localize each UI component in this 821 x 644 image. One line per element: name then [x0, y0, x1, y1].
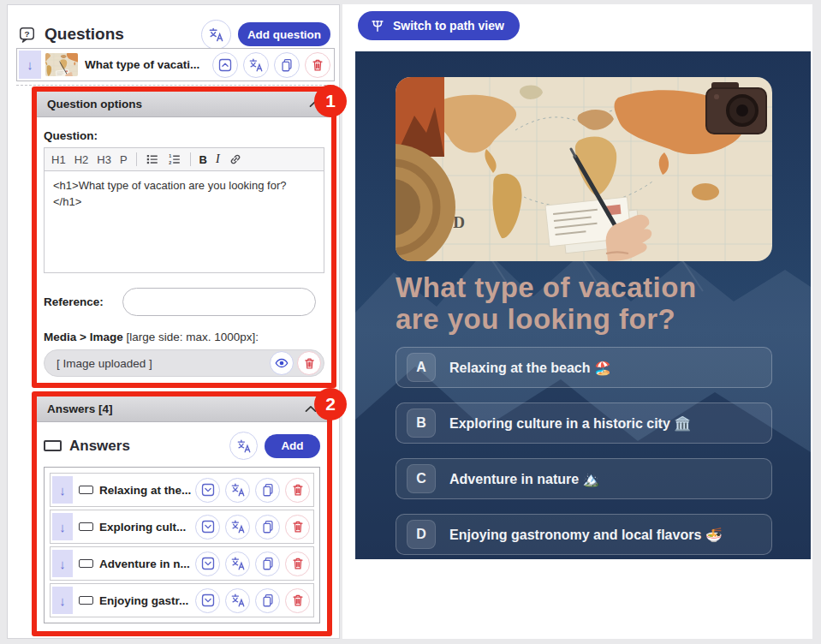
annotation-badge-2: 2 — [314, 388, 347, 420]
translate-answers-button[interactable] — [229, 432, 258, 460]
copy-icon — [279, 57, 294, 73]
duplicate-answer-button[interactable] — [255, 552, 280, 576]
bullet-list-icon[interactable] — [146, 152, 159, 166]
trash-icon — [310, 57, 325, 73]
trash-icon — [290, 482, 306, 498]
delete-question-button[interactable] — [305, 52, 330, 78]
path-branch-icon — [370, 18, 385, 33]
copy-icon — [260, 519, 276, 534]
down-arrow-icon: ↓ — [59, 557, 66, 571]
expand-answer-button[interactable] — [195, 515, 220, 540]
down-arrow-icon: ↓ — [59, 520, 66, 534]
translate-icon — [248, 57, 264, 73]
toolbar-italic-button[interactable]: I — [216, 152, 220, 166]
answer-drag-handle[interactable]: ↓ — [52, 476, 73, 504]
answer-type-icon — [79, 596, 93, 605]
translate-answer-button[interactable] — [225, 515, 250, 540]
translate-answer-button[interactable] — [225, 588, 250, 613]
answer-type-icon — [79, 559, 93, 568]
answer-row[interactable]: ↓ Relaxing at the... — [50, 473, 314, 507]
translate-question-button[interactable] — [243, 52, 269, 78]
question-field-label: Question: — [44, 129, 324, 142]
answer-option-label: Adventure in nature 🏔️ — [449, 471, 600, 487]
translate-icon — [230, 482, 246, 498]
trash-icon — [290, 556, 306, 571]
delete-answer-button[interactable] — [285, 515, 310, 540]
preview-question-title: What type of vacation are you looking fo… — [396, 272, 772, 336]
toolbar-h3-button[interactable]: H3 — [97, 153, 111, 166]
switch-button-label: Switch to path view — [393, 19, 504, 33]
question-drag-handle[interactable]: ↓ — [19, 51, 41, 79]
trash-icon — [290, 519, 306, 534]
answer-row-label: Adventure in n... — [99, 558, 195, 570]
duplicate-question-button[interactable] — [274, 52, 300, 78]
media-uploaded-pill: [ Image uploaded ] — [44, 349, 324, 377]
expand-answer-button[interactable] — [195, 552, 220, 576]
answer-letter-badge: C — [407, 464, 436, 493]
answer-drag-handle[interactable]: ↓ — [52, 513, 73, 540]
reference-label: Reference: — [44, 295, 104, 308]
question-options-header[interactable]: Question options — [37, 92, 331, 117]
question-row-label: What type of vacati... — [85, 58, 212, 71]
expand-answer-button[interactable] — [195, 478, 220, 503]
question-row[interactable]: ↓ What type of vacati... — [16, 48, 335, 81]
toolbar-bold-button[interactable]: B — [199, 153, 207, 166]
answer-drag-handle[interactable]: ↓ — [52, 550, 73, 577]
duplicate-answer-button[interactable] — [255, 515, 280, 540]
delete-answer-button[interactable] — [285, 478, 310, 503]
media-status-text: [ Image uploaded ] — [57, 357, 266, 370]
collapse-question-button[interactable] — [212, 52, 238, 78]
question-html-editor[interactable]: <h1>What type of vacation are you lookin… — [44, 170, 324, 273]
toolbar-paragraph-button[interactable]: P — [120, 153, 128, 166]
translate-questions-button[interactable] — [201, 20, 231, 50]
answer-option-a[interactable]: A Relaxing at the beach 🏖️ — [396, 347, 772, 388]
question-thumbnail — [45, 53, 78, 76]
delete-answer-button[interactable] — [285, 588, 310, 613]
translate-icon — [230, 519, 246, 534]
copy-icon — [260, 593, 276, 608]
preview-panel: Switch to path view What type of vacatio… — [342, 4, 812, 639]
annotation-box-1: Question options Question: H1 H2 H3 P B … — [32, 86, 336, 388]
answer-option-b[interactable]: B Exploring culture in a historic city 🏛… — [396, 402, 772, 444]
answer-option-label: Exploring culture in a historic city 🏛️ — [449, 415, 691, 432]
answer-row[interactable]: ↓ Enjoying gastr... — [50, 583, 314, 617]
question-image — [396, 77, 772, 261]
media-image-label: Media > Image [large side: max. 1000px]: — [44, 331, 324, 343]
translate-icon — [236, 438, 252, 454]
delete-image-button[interactable] — [297, 351, 321, 375]
answers-list: ↓ Relaxing at the... ↓ Exploring cult... — [44, 467, 320, 623]
duplicate-answer-button[interactable] — [255, 478, 280, 503]
answer-row-label: Exploring cult... — [99, 521, 195, 534]
panel-title: Questions — [45, 25, 124, 44]
answer-row[interactable]: ↓ Adventure in n... — [50, 546, 314, 581]
down-arrow-icon: ↓ — [59, 593, 66, 608]
duplicate-answer-button[interactable] — [255, 588, 280, 613]
delete-answer-button[interactable] — [285, 552, 310, 576]
answer-type-icon — [79, 486, 93, 494]
link-icon[interactable] — [229, 152, 242, 166]
chevron-up-square-icon — [217, 57, 233, 73]
answer-option-label: Enjoying gastronomy and local flavors 🍜 — [449, 527, 723, 543]
answers-section-header[interactable]: Answers [4] — [37, 397, 327, 422]
reference-input[interactable] — [122, 288, 316, 316]
answer-option-c[interactable]: C Adventure in nature 🏔️ — [396, 458, 772, 499]
toolbar-h1-button[interactable]: H1 — [51, 153, 66, 166]
view-image-button[interactable] — [270, 351, 294, 375]
translate-icon — [230, 556, 246, 571]
copy-icon — [260, 556, 276, 571]
answer-row[interactable]: ↓ Exploring cult... — [50, 510, 314, 544]
copy-icon — [260, 482, 276, 498]
expand-answer-button[interactable] — [195, 588, 220, 613]
answer-drag-handle[interactable]: ↓ — [52, 587, 73, 614]
translate-answer-button[interactable] — [225, 552, 250, 576]
answer-option-d[interactable]: D Enjoying gastronomy and local flavors … — [396, 514, 772, 555]
chevron-down-square-icon — [200, 519, 216, 534]
translate-answer-button[interactable] — [225, 478, 250, 503]
switch-to-path-view-button[interactable]: Switch to path view — [358, 11, 520, 40]
answer-letter-badge: D — [407, 520, 436, 549]
add-question-button[interactable]: Add question — [238, 22, 330, 46]
add-answer-button[interactable]: Add — [265, 434, 320, 458]
down-arrow-icon: ↓ — [59, 483, 66, 498]
ordered-list-icon[interactable] — [168, 152, 181, 166]
toolbar-h2-button[interactable]: H2 — [74, 153, 89, 166]
